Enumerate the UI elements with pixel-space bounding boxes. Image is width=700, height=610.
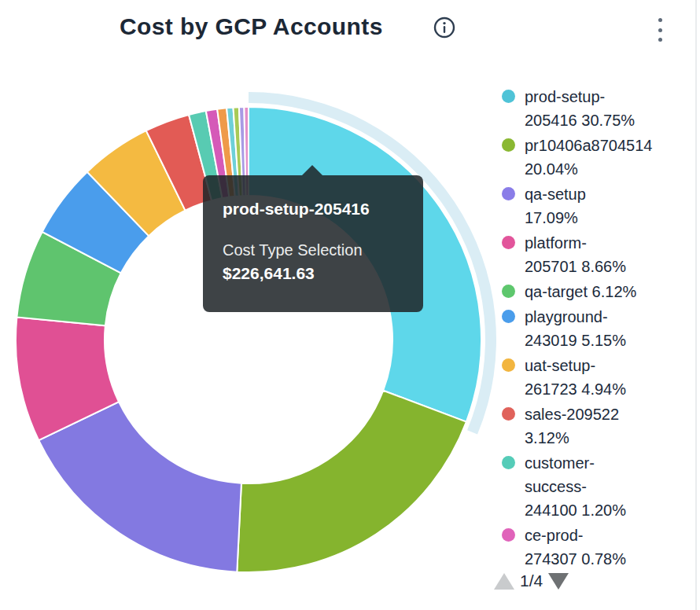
legend-swatch-icon <box>502 358 515 372</box>
legend-item[interactable]: qa-setup 17.09% <box>500 182 683 230</box>
legend-label: ce-prod- 274307 0.78% <box>525 524 626 564</box>
legend-item[interactable]: pr10406a8704514 20.04% <box>500 134 683 181</box>
legend-page-down-icon[interactable] <box>548 573 569 590</box>
legend-item[interactable]: uat-setup- 261723 4.94% <box>500 354 683 401</box>
legend-swatch-icon <box>502 528 515 542</box>
legend-item[interactable]: ce-prod- 274307 0.78% <box>500 524 683 564</box>
legend-pagination: 1/4 <box>494 570 569 592</box>
legend-item[interactable]: sales-209522 3.12% <box>500 402 683 450</box>
legend-swatch-icon <box>502 236 515 249</box>
legend-label: qa-target 6.12% <box>525 280 636 303</box>
legend-item[interactable]: platform- 205701 8.66% <box>500 231 683 278</box>
legend-swatch-icon <box>502 138 515 152</box>
legend-label: customer- success- 244100 1.20% <box>525 451 626 522</box>
tooltip-value: $226,641.63 <box>223 262 403 285</box>
legend-page-indicator: 1/4 <box>520 570 543 592</box>
legend-item[interactable]: playground- 243019 5.15% <box>500 305 683 352</box>
legend-swatch-icon <box>502 310 515 323</box>
legend-label: prod-setup- 205416 30.75% <box>525 85 635 132</box>
legend-swatch-icon <box>502 407 515 421</box>
legend-page-up-icon[interactable] <box>494 573 514 590</box>
legend-item[interactable]: prod-setup- 205416 30.75% <box>500 85 683 132</box>
tooltip-label: Cost Type Selection <box>223 238 403 262</box>
legend-item[interactable]: qa-target 6.12% <box>500 280 683 303</box>
legend-swatch-icon <box>502 456 515 469</box>
legend-label: sales-209522 3.12% <box>525 402 619 450</box>
pie-slice[interactable] <box>39 402 241 571</box>
legend-label: platform- 205701 8.66% <box>525 231 626 278</box>
legend-item[interactable]: customer- success- 244100 1.20% <box>500 451 683 522</box>
legend-label: uat-setup- 261723 4.94% <box>525 354 626 401</box>
tooltip-title: prod-setup-205416 <box>223 199 403 219</box>
legend-label: pr10406a8704514 20.04% <box>525 134 652 181</box>
legend-swatch-icon <box>502 285 515 298</box>
legend-label: qa-setup 17.09% <box>525 182 586 230</box>
legend: prod-setup- 205416 30.75%pr10406a8704514… <box>500 85 683 564</box>
cost-by-gcp-accounts-widget: Cost by GCP Accounts prod-setup-205416 C… <box>0 0 700 610</box>
legend-swatch-icon <box>502 90 515 103</box>
chart-tooltip: prod-setup-205416 Cost Type Selection $2… <box>203 175 423 312</box>
pie-slice[interactable] <box>237 391 466 572</box>
legend-swatch-icon <box>502 187 515 200</box>
legend-label: playground- 243019 5.15% <box>525 305 626 352</box>
